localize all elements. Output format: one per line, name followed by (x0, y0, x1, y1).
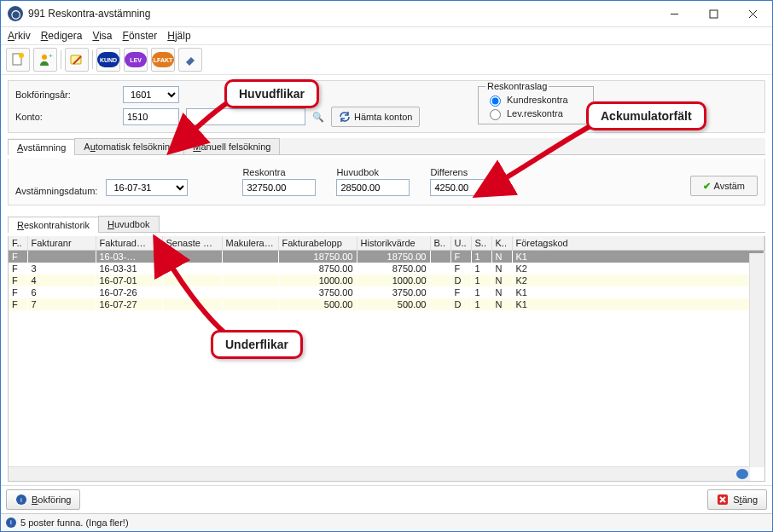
avstam-label: Avstäm (714, 181, 745, 191)
differens-label: Differens (430, 167, 503, 177)
kundreskontra-radio[interactable]: Kundreskontra (485, 93, 586, 107)
col-k[interactable]: K.. (491, 236, 512, 251)
col-senaste[interactable]: Senaste … (162, 236, 222, 251)
col-fakturad[interactable]: Fakturad… (96, 236, 162, 251)
close-red-icon (717, 494, 729, 506)
bokforing-button[interactable]: i Bokföring (6, 489, 80, 510)
table-row[interactable]: F716-07-27500.00500.00D1NK1 (9, 298, 764, 310)
status-info-icon: i (6, 518, 16, 528)
bokforingsar-select[interactable]: 1601 (123, 86, 179, 103)
new-doc-button[interactable] (6, 48, 30, 72)
callout-underflikar: Underflikar (211, 330, 303, 359)
huvudbok-label: Huvudbok (336, 167, 410, 177)
menu-redigera[interactable]: Redigera (41, 30, 83, 42)
avstam-button[interactable]: ✔ Avstäm (690, 176, 758, 196)
main-tabs: Avstämning Automatisk felsökning Manuell… (8, 138, 765, 155)
toolbar-separator (92, 50, 93, 69)
subtab-reskontrahistorik[interactable]: Reskontrahistorik (8, 217, 99, 233)
app-window: ◯ 991 Reskontra-avstämning Arkiv Rediger… (0, 0, 773, 532)
reskontraslag-legend: Reskontraslag (485, 81, 549, 91)
bokforingsar-label: Bokföringsår: (15, 90, 116, 100)
svg-point-2 (19, 53, 24, 58)
status-bar: i 5 poster funna. (Inga fler!) (1, 513, 772, 531)
minimize-button[interactable] (654, 1, 694, 26)
hamta-konton-button[interactable]: Hämta konton (331, 107, 420, 127)
col-foretagskod[interactable]: Företagskod (512, 236, 764, 251)
user-add-button[interactable]: + (33, 48, 57, 72)
sub-tabs: Reskontrahistorik Huvudbok (8, 216, 765, 233)
edit-note-button[interactable] (65, 48, 89, 72)
menu-visa[interactable]: Visa (92, 30, 112, 42)
button-bar: i Bokföring Stäng (1, 485, 772, 513)
col-b[interactable]: B.. (430, 236, 450, 251)
menu-fonster[interactable]: Fönster (123, 30, 158, 42)
lev-pill-label: LEV (125, 52, 147, 67)
status-text: 5 poster funna. (Inga fler!) (20, 518, 129, 528)
col-s[interactable]: S.. (471, 236, 491, 251)
toolbar-separator (61, 50, 61, 69)
refresh-icon (339, 111, 351, 123)
col-fakturabelopp[interactable]: Fakturabelopp (278, 236, 357, 251)
titlebar: ◯ 991 Reskontra-avstämning (1, 1, 772, 27)
lfakt-pill-label: LFAKT (152, 52, 174, 67)
col-u[interactable]: U.. (450, 236, 471, 251)
kund-pill-button[interactable]: KUND (96, 48, 120, 72)
tab-avstamning[interactable]: Avstämning (8, 139, 75, 155)
toolbar: + KUND LEV LFAKT (1, 44, 772, 75)
col-historikvarde[interactable]: Historikvärde (357, 236, 430, 251)
app-icon: ◯ (8, 6, 23, 21)
huvudbok-field[interactable] (336, 179, 410, 196)
col-f[interactable]: F.. (9, 236, 27, 251)
col-fakturanr[interactable]: Fakturanr (27, 236, 96, 251)
lfakt-pill-button[interactable]: LFAKT (151, 48, 175, 72)
table-row[interactable]: F416-07-011000.001000.00D1NK2 (9, 275, 764, 286)
svg-text:i: i (20, 496, 22, 504)
avstamningsdatum-label: Avstämningsdatum: (15, 186, 97, 196)
maximize-button[interactable] (694, 1, 733, 26)
table-row[interactable]: F316-03-318750.008750.00F1NK2 (9, 263, 764, 275)
reskontra-label: Reskontra (242, 167, 316, 177)
menu-arkiv[interactable]: Arkiv (8, 30, 31, 42)
grid[interactable]: F.. Fakturanr Fakturad… Senaste … Makule… (8, 236, 765, 482)
svg-rect-0 (710, 10, 718, 18)
reskontra-field[interactable] (242, 179, 316, 196)
konto-input[interactable] (123, 108, 179, 125)
window-title: 991 Reskontra-avstämning (28, 8, 150, 20)
vertical-scrollbar[interactable] (749, 253, 764, 467)
tab-manuell-felsokning[interactable]: Manuell felsökning (183, 138, 280, 154)
konto-input-2[interactable] (186, 108, 305, 125)
check-icon: ✔ (703, 181, 711, 192)
grid-header-row: F.. Fakturanr Fakturad… Senaste … Makule… (9, 236, 764, 251)
menu-hjalp[interactable]: Hjälp (167, 30, 190, 42)
close-button[interactable] (733, 1, 772, 26)
differens-field[interactable] (430, 179, 503, 196)
avstamningsdatum-select[interactable]: 16-07-31 (106, 179, 188, 196)
reskontraslag-group: Reskontraslag Kundreskontra Lev.reskontr… (478, 81, 594, 124)
levreskontra-radio[interactable]: Lev.reskontra (485, 107, 586, 120)
stang-button[interactable]: Stäng (707, 489, 767, 510)
konto-label: Konto: (15, 112, 116, 122)
callout-ackumulatorfalt: Ackumulatorfält (586, 101, 706, 130)
kund-pill-label: KUND (97, 52, 119, 67)
subtab-huvudbok[interactable]: Huvudbok (98, 216, 160, 232)
svg-text:+: + (49, 52, 53, 60)
tab-automatisk-felsokning[interactable]: Automatisk felsökning (74, 138, 184, 154)
col-makulera[interactable]: Makulera… (222, 236, 278, 251)
menubar: Arkiv Redigera Visa Fönster Hjälp (1, 27, 772, 44)
scroll-right-icon[interactable] (736, 469, 748, 479)
ledger-icon: i (15, 494, 27, 506)
hamta-konton-label: Hämta konton (354, 112, 412, 122)
accumulator-section: Avstämningsdatum: 16-07-31 Reskontra Huv… (8, 159, 765, 205)
lev-pill-button[interactable]: LEV (124, 48, 148, 72)
eraser-button[interactable] (178, 48, 202, 72)
callout-huvudflikar: Huvudflikar (224, 79, 319, 108)
table-row[interactable]: F616-07-263750.003750.00F1NK1 (9, 286, 764, 298)
svg-point-3 (42, 55, 47, 60)
content-area: Bokföringsår: 1601 Reskontraslag Kundres… (1, 75, 772, 485)
table-row[interactable]: F16-03-…18750.0018750.00F1NK1 (9, 251, 764, 263)
horizontal-scrollbar[interactable] (9, 466, 750, 481)
search-icon[interactable]: 🔍 (312, 112, 324, 123)
